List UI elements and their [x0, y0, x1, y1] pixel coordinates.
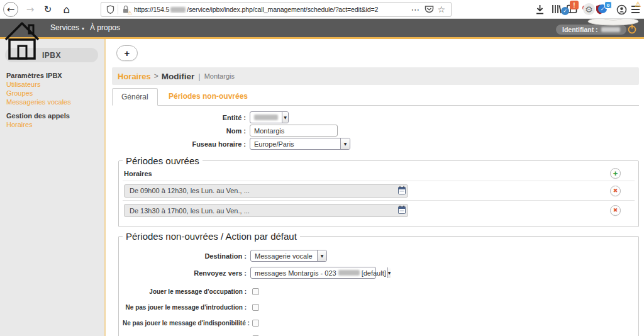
- breadcrumb-divider: |: [198, 72, 200, 81]
- urlbar-divider: [118, 4, 118, 14]
- url-bar[interactable]: ⚠ https://154.5 /service/ipbx/index.php/…: [101, 2, 452, 17]
- menu-about[interactable]: À propos: [90, 23, 120, 32]
- screen: ← → ↻ ⌂ ⚠ https://154.5 /service/ipbx/in…: [0, 0, 644, 336]
- select-arrow-icon: ▼: [387, 267, 391, 278]
- forward-icon[interactable]: →: [23, 2, 38, 17]
- tab-bar: Général Périodes non-ouvrées: [112, 88, 639, 106]
- schedule-column-header: Horaires: [124, 170, 152, 177]
- overlay-check-badge: ✓: [561, 7, 569, 15]
- forward-label: Renvoyez vers :: [123, 269, 250, 277]
- url-path: /service/ipbx/index.php/call_management/…: [187, 6, 378, 13]
- timezone-select[interactable]: Europe/Paris ▼: [250, 138, 350, 150]
- menu-warning-icon: ⚠: [635, 0, 641, 9]
- entity-row: Entité : ▼: [107, 111, 289, 123]
- sidebar-item-messageries[interactable]: Messageries vocales: [6, 98, 71, 106]
- busy-message-row: Jouer le message d'occupation :: [123, 288, 635, 295]
- overlay-counter-badge: 0: [604, 1, 612, 9]
- delete-period-button[interactable]: ✖: [610, 205, 621, 216]
- no-intro-message-checkbox[interactable]: [252, 304, 259, 311]
- library-icon[interactable]: [552, 4, 562, 14]
- tracking-shield-icon[interactable]: [106, 5, 114, 14]
- sidebar-item-utilisateurs[interactable]: Utilisateurs: [6, 80, 71, 89]
- schedule-period-input[interactable]: De 09h00 à 12h30, les Lun. au Ven., ...: [124, 184, 408, 198]
- bookmark-star-icon[interactable]: ☆: [437, 4, 445, 14]
- account-icon[interactable]: [616, 4, 627, 15]
- open-periods-fieldset: Périodes ouvrées Horaires + De 09h00 à 1…: [118, 155, 639, 227]
- destination-value: Messagerie vocale: [251, 252, 316, 260]
- delete-period-button[interactable]: ✖: [610, 186, 621, 196]
- destination-select[interactable]: Messagerie vocale ▼: [250, 250, 327, 262]
- delete-x-icon: ✖: [613, 188, 618, 194]
- calendar-icon[interactable]: [398, 186, 406, 194]
- downloads-icon[interactable]: [535, 4, 545, 15]
- schedule-period-text: De 13h30 à 17h00, les Lun. au Ven., ...: [130, 207, 250, 215]
- schedule-row: De 09h00 à 12h30, les Lun. au Ven., ... …: [123, 181, 635, 201]
- breadcrumb-separator: >: [154, 72, 158, 81]
- lock-warning-icon: ⚠: [128, 10, 132, 16]
- sidebar-item-groupes[interactable]: Groupes: [6, 89, 71, 98]
- forward-row: Renvoyez vers : messages Montargis - 023…: [123, 267, 635, 279]
- add-schedule-button[interactable]: +: [116, 45, 138, 61]
- back-icon[interactable]: ←: [3, 2, 18, 17]
- url-redacted-host: [170, 7, 186, 13]
- schedule-row: De 13h30 à 17h00, les Lun. au Ven., ... …: [123, 201, 635, 220]
- select-arrow-icon: ▼: [317, 250, 326, 261]
- sidebar-nav: Paramètres IPBX Utilisateurs Groupes Mes…: [6, 71, 71, 129]
- no-unavailable-message-label: Ne pas jouer le message d'indisponibilit…: [123, 320, 250, 327]
- delete-x-icon: ✖: [613, 208, 618, 213]
- tab-general[interactable]: Général: [112, 88, 158, 106]
- breadcrumb-action: Modifier: [162, 72, 195, 81]
- breadcrumb-horaires-link[interactable]: Horaires: [118, 72, 151, 81]
- pocket-icon[interactable]: [425, 5, 434, 14]
- browser-toolbar: ← → ↻ ⌂ ⚠ https://154.5 /service/ipbx/in…: [0, 0, 644, 19]
- page-actions-icon[interactable]: ⋯: [411, 4, 420, 14]
- destination-label: Destination :: [123, 252, 250, 260]
- select-arrow-icon: ▼: [340, 138, 350, 149]
- schedule-period-text: De 09h00 à 12h30, les Lun. au Ven., ...: [130, 187, 250, 194]
- no-unavailable-message-checkbox[interactable]: [252, 320, 259, 327]
- default-action-fieldset: Périodes non-ouvrées / Action par défaut…: [118, 231, 639, 336]
- breadcrumb-item-name: Montargis: [204, 72, 235, 80]
- insecure-lock-icon[interactable]: ⚠: [122, 5, 130, 14]
- plus-icon: +: [613, 169, 618, 177]
- add-period-button[interactable]: +: [610, 168, 621, 179]
- entity-select[interactable]: ▼: [250, 111, 289, 123]
- url-prefix: https://154.5: [134, 6, 169, 13]
- timezone-row: Fuseau horaire : Europe/Paris ▼: [107, 138, 350, 150]
- main-content: + Horaires > Modifier | Montargis Généra…: [107, 39, 644, 336]
- sidebar-section-parametres: Paramètres IPBX: [6, 71, 71, 80]
- menu-services[interactable]: Services▾: [50, 23, 84, 32]
- reload-icon[interactable]: ↻: [40, 2, 55, 17]
- name-input[interactable]: [250, 125, 338, 137]
- open-periods-legend: Périodes ouvrées: [123, 155, 203, 166]
- forward-value-redacted: [338, 270, 360, 276]
- busy-message-checkbox[interactable]: [252, 288, 259, 295]
- entity-value-redacted: [254, 115, 278, 120]
- timezone-label: Fuseau horaire :: [107, 140, 250, 148]
- breadcrumb: Horaires > Modifier | Montargis: [112, 67, 639, 85]
- home-logo-icon[interactable]: [4, 21, 42, 61]
- destination-row: Destination : Messagerie vocale ▼: [123, 250, 635, 262]
- sidebar: IPBX Paramètres IPBX Utilisateurs Groupe…: [0, 39, 106, 336]
- select-arrow-icon: ▼: [282, 112, 288, 123]
- identifiant-badge: Identifiant :: [556, 25, 626, 35]
- forward-value-suffix: [default]: [362, 269, 386, 277]
- forward-value-prefix: messages Montargis - 023: [255, 269, 336, 277]
- overlay-alert-badge: !: [570, 1, 579, 9]
- chevron-down-icon: ▾: [82, 26, 84, 31]
- sidebar-item-horaires[interactable]: Horaires: [6, 120, 71, 129]
- forward-select[interactable]: messages Montargis - 023 [default] ▼: [250, 267, 376, 279]
- schedule-period-input[interactable]: De 13h30 à 17h00, les Lun. au Ven., ...: [124, 204, 408, 217]
- url-text[interactable]: https://154.5 /service/ipbx/index.php/ca…: [134, 6, 406, 13]
- no-intro-message-row: Ne pas jouer le message d'introduction :: [123, 303, 635, 311]
- identifiant-value-redacted: [601, 27, 620, 32]
- entity-label: Entité :: [107, 114, 250, 121]
- tab-periodes-non-ouvrees[interactable]: Périodes non-ouvrées: [162, 87, 254, 105]
- busy-message-label: Jouer le message d'occupation :: [123, 288, 250, 295]
- sidebar-section-gestion: Gestion des appels: [6, 111, 71, 120]
- calendar-icon[interactable]: [398, 205, 406, 214]
- gear-icon: ⚙: [583, 3, 595, 15]
- identifiant-label: Identifiant :: [562, 26, 598, 33]
- no-intro-message-label: Ne pas jouer le message d'introduction :: [123, 304, 250, 311]
- home-icon[interactable]: ⌂: [59, 2, 74, 17]
